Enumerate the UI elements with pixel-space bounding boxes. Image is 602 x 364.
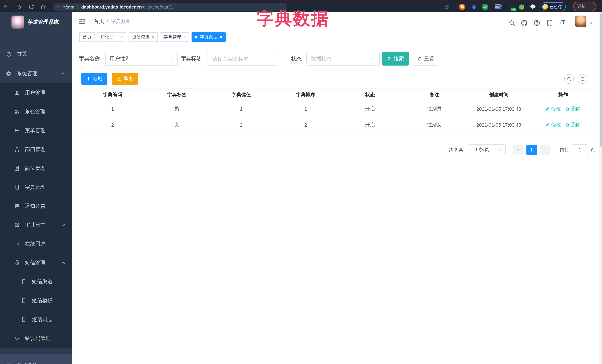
- sidebar-item-label: 审计日志: [25, 222, 46, 228]
- gear-icon: [6, 71, 12, 76]
- extension-icon-dark[interactable]: on: [508, 4, 514, 10]
- extension-icon-orange[interactable]: [459, 4, 465, 10]
- profile-paused-chip[interactable]: 已暂停: [540, 2, 566, 11]
- sidebar-item-users[interactable]: 用户管理: [0, 83, 72, 102]
- tab-home[interactable]: 首页: [79, 32, 95, 42]
- add-button[interactable]: 新增: [81, 73, 108, 85]
- chevron-down-icon: [169, 56, 173, 61]
- scrollbar-thumb[interactable]: [600, 13, 602, 147]
- col-header: 备注: [402, 89, 467, 101]
- tab-dict-manage[interactable]: 字典管理×: [160, 32, 189, 42]
- goto-page-input[interactable]: [572, 145, 588, 155]
- sidebar-item-posts[interactable]: 岗位管理: [0, 159, 72, 178]
- sidebar-item-audit-log[interactable]: 审计日志: [0, 216, 72, 234]
- dict-tag-input[interactable]: [212, 55, 274, 62]
- cell-status: 开启: [338, 101, 402, 117]
- app-logo-block[interactable]: 芋道管理系统: [0, 12, 72, 32]
- tags-view-bar: 首页 短信日志× 短信模板× 字典管理× 字典数据×: [72, 30, 602, 44]
- tab-label: 字典数据: [200, 34, 217, 40]
- extension-icon-green-check[interactable]: [482, 4, 488, 10]
- sidebar-item-system[interactable]: 系统管理: [0, 64, 72, 83]
- tab-close-icon[interactable]: ×: [183, 35, 186, 39]
- sidebar-item-departments[interactable]: 部门管理: [0, 140, 72, 159]
- delete-link[interactable]: 删除: [565, 105, 581, 112]
- browser-reload-icon[interactable]: [28, 4, 34, 10]
- dict-name-select[interactable]: 用户性别: [105, 52, 178, 65]
- page-size-select[interactable]: 10条/页: [469, 145, 506, 155]
- extension-icon-bars[interactable]: [495, 4, 501, 10]
- filter-form: 字典名称 用户性别 字典标签 状态 数据状态 搜索 重置: [72, 52, 595, 65]
- sidebar-item-infrastructure[interactable]: 基础设施: [0, 354, 72, 364]
- edit-label: 修改: [551, 122, 561, 128]
- dict-name-value: 用户性别: [110, 55, 130, 62]
- sidebar-item-online-users[interactable]: 在线用户: [0, 234, 72, 253]
- browser-forward-icon[interactable]: [16, 4, 22, 10]
- extension-icon-sprout[interactable]: [519, 4, 524, 10]
- tab-close-icon[interactable]: ×: [120, 35, 123, 39]
- prev-page-button[interactable]: ‹: [513, 145, 524, 155]
- sidebar-item-label: 短信模板: [32, 297, 53, 304]
- sidebar-item-label: 菜单管理: [25, 127, 46, 134]
- monitor-icon: [6, 363, 12, 364]
- user-avatar[interactable]: [575, 16, 586, 27]
- chevron-down-icon: [61, 363, 65, 364]
- cell-label: 女: [145, 117, 209, 133]
- book-icon: [14, 184, 20, 190]
- sidebar-item-label: 短信管理: [25, 260, 46, 266]
- paused-label: 已暂停: [550, 4, 562, 10]
- sidebar-item-notice[interactable]: 通知公告: [0, 197, 72, 216]
- fullscreen-icon[interactable]: [547, 20, 553, 26]
- chevron-up-icon: [61, 260, 65, 265]
- sidebar-item-sms-channel[interactable]: 短信渠道: [0, 272, 72, 291]
- next-page-button[interactable]: ›: [540, 145, 550, 155]
- edit-link[interactable]: 修改: [545, 122, 561, 128]
- tab-dict-data[interactable]: 字典数据×: [192, 32, 226, 42]
- refresh-table-button[interactable]: [578, 74, 587, 84]
- github-icon[interactable]: [521, 20, 527, 26]
- sidebar-item-sms[interactable]: 短信管理: [0, 253, 72, 272]
- sidebar-collapse-icon[interactable]: [78, 18, 86, 25]
- current-page-button[interactable]: 1: [527, 145, 537, 155]
- extension-icon-drop[interactable]: [471, 4, 477, 10]
- breadcrumb-home[interactable]: 首页: [94, 18, 104, 24]
- reset-button[interactable]: 重置: [413, 52, 439, 65]
- font-size-icon[interactable]: TT: [559, 19, 565, 26]
- status-select[interactable]: 数据状态: [306, 52, 380, 65]
- browser-home-icon[interactable]: [40, 4, 46, 10]
- avatar-caret-down-icon[interactable]: ▾: [590, 21, 592, 25]
- browser-menu-icon[interactable]: ⋮: [588, 4, 592, 9]
- tab-sms-log[interactable]: 短信日志×: [97, 32, 126, 42]
- help-icon[interactable]: [533, 20, 540, 26]
- tab-close-icon[interactable]: ×: [220, 35, 222, 39]
- header-search-icon[interactable]: [509, 20, 515, 26]
- sidebar-item-dict[interactable]: 字典管理: [0, 178, 72, 197]
- search-button[interactable]: 搜索: [382, 52, 409, 65]
- sidebar-item-error-codes[interactable]: 错误码管理: [0, 329, 72, 348]
- sidebar-item-roles[interactable]: 角色管理: [0, 102, 72, 121]
- download-icon: [117, 77, 121, 81]
- add-label: 新增: [93, 75, 102, 82]
- url-domain: dashboard.yudao.iocoder.cn: [81, 4, 142, 10]
- sidebar-item-sms-template[interactable]: 短信模板: [0, 291, 72, 310]
- page-unit-label: 页: [591, 146, 595, 153]
- browser-back-icon[interactable]: [3, 4, 10, 10]
- app-logo: [11, 16, 24, 29]
- edit-link[interactable]: 修改: [545, 105, 561, 112]
- toggle-search-button[interactable]: [564, 74, 574, 84]
- cell-actions: 修改 删除: [531, 117, 595, 133]
- cell-value: 1: [209, 101, 274, 117]
- goto-label: 前往: [560, 146, 570, 153]
- profile-avatar-emoji: [542, 4, 548, 10]
- tab-close-icon[interactable]: ×: [152, 35, 154, 39]
- system-submenu: 用户管理 角色管理 菜单管理 部门管理 岗位管理: [0, 83, 72, 348]
- delete-link[interactable]: 删除: [565, 122, 581, 128]
- sidebar-item-sms-log[interactable]: 短信日志: [0, 310, 72, 329]
- tab-sms-template[interactable]: 短信模板×: [129, 32, 158, 42]
- sidebar-item-home[interactable]: 首页: [0, 44, 72, 64]
- export-button[interactable]: 导出: [112, 73, 138, 85]
- browser-update-button[interactable]: 更新 ⋮: [573, 2, 596, 11]
- url-bar[interactable]: ⚠ 不安全 dashboard.yudao.iocoder.cn/dict/ty…: [53, 3, 287, 11]
- extensions-puzzle-icon[interactable]: [530, 4, 536, 10]
- sidebar-item-menus[interactable]: 菜单管理: [0, 121, 72, 140]
- bookmark-star-icon[interactable]: ☆: [443, 4, 450, 10]
